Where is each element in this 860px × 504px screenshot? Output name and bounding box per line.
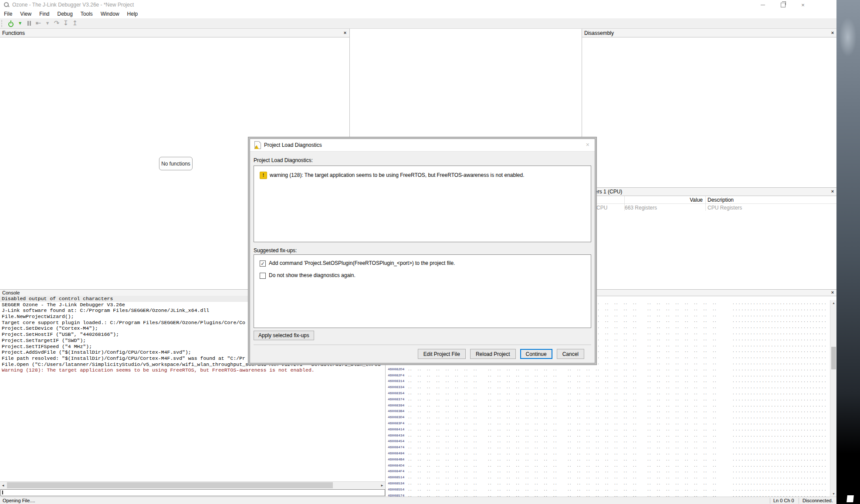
memory-scrollbar[interactable]: ▴ ▾ [830,300,837,497]
checkbox-checked[interactable]: ✓ [260,260,266,267]
memory-row: 460084D4.. .. .. .. .. .. .. .. .. .. ..… [386,463,830,469]
register-row-cpu[interactable]: CPU 663 Registers CPU Registers [582,204,837,211]
memory-ascii: ................................ [732,306,827,312]
toolbar: ▼⇤▼↷↧↥ [0,18,836,29]
disassembly-panel: Disassembly × [582,29,837,187]
fixup-label: Do not show these diagnostics again. [269,272,356,278]
disassembly-panel-header: Disassembly × [582,29,837,37]
pause-button[interactable] [25,19,34,28]
memory-ascii: ................................ [732,480,827,487]
memory-row: 46008354.. .. .. .. .. .. .. .. .. .. ..… [386,390,830,396]
memory-address: 460084B4 [386,457,408,463]
no-functions-message: No functions [159,157,193,170]
menu-help[interactable]: Help [123,10,142,18]
scroll-down-icon[interactable]: ▾ [830,491,837,497]
memory-hex-bytes: .. .. .. .. .. .. .. .. .. .. .. .. .. .… [408,409,716,413]
cancel-button[interactable]: Cancel [557,349,584,359]
close-icon: × [801,2,805,8]
project-load-diagnostics-dialog: ! Project Load Diagnostics × Project Loa… [250,139,595,363]
memory-ascii: ................................ [732,342,827,348]
memory-address: 46008414 [386,426,408,433]
step-into-icon: ↧ [63,20,69,27]
reset-options-dropdown[interactable]: ▼ [43,19,52,28]
memory-hex-bytes: .. .. .. .. .. .. .. .. .. .. .. .. .. .… [408,403,716,407]
memory-address: 460084D4 [386,463,408,469]
memory-address: 460083B4 [386,408,408,414]
memory-ascii: ................................ [732,463,827,469]
memory-row: 46008334.. .. .. .. .. .. .. .. .. .. ..… [386,384,830,390]
continue-button[interactable]: Continue [520,349,552,359]
edit-project-file-button[interactable]: Edit Project File [418,349,466,359]
memory-hex-bytes: .. .. .. .. .. .. .. .. .. .. .. .. .. .… [408,391,716,395]
memory-close-button[interactable]: × [830,290,836,295]
menu-find[interactable]: Find [35,10,53,18]
memory-hex-bytes: .. .. .. .. .. .. .. .. .. .. .. .. .. .… [408,433,716,437]
console-command-input[interactable] [0,489,385,496]
scrollbar-thumb[interactable] [831,347,836,369]
reset-button[interactable]: ⇤ [34,19,43,28]
memory-hex-bytes: .. .. .. .. .. .. .. .. .. .. .. .. .. .… [408,373,716,377]
chevron-down-icon: ▼ [19,22,21,25]
diagnostic-text: warning (128): The target application se… [270,172,525,178]
menu-view[interactable]: View [16,10,35,18]
memory-ascii: ................................ [732,372,827,379]
taskbar-logo-fragment [846,495,854,502]
memory-row: 460083D4.. .. .. .. .. .. .. .. .. .. ..… [386,414,830,420]
memory-hex-bytes: .. .. .. .. .. .. .. .. .. .. .. .. .. .… [408,469,716,473]
disassembly-close-button[interactable]: × [830,30,836,35]
memory-ascii: ................................ [732,444,827,450]
titlebar: Ozone - The J-Link Debugger V3.26e - *Ne… [0,0,836,10]
memory-ascii: ................................ [732,426,827,433]
memory-ascii: ................................ [732,324,827,330]
memory-hex-bytes: .. .. .. .. .. .. .. .. .. .. .. .. .. .… [408,487,716,491]
memory-ascii: ................................ [732,408,827,414]
registers-close-button[interactable]: × [830,189,836,194]
functions-panel-header: Functions × [0,29,349,37]
start-options-dropdown[interactable]: ▼ [16,19,24,28]
memory-row: 460083B4.. .. .. .. .. .. .. .. .. .. ..… [386,408,830,414]
line-column-indicator: Ln 0 Ch 0 [773,498,794,503]
close-button[interactable]: × [793,0,813,10]
scroll-right-icon[interactable]: ▸ [379,482,385,489]
dialog-titlebar: ! Project Load Diagnostics × [250,139,595,152]
menu-window[interactable]: Window [97,10,123,18]
step-over-icon: ↷ [54,20,60,27]
memory-row: 460084F4.. .. .. .. .. .. .. .. .. .. ..… [386,468,830,474]
step-out-button[interactable]: ↥ [71,19,79,28]
restore-button[interactable] [773,0,793,10]
memory-ascii: ................................ [732,414,827,420]
scrollbar-thumb[interactable] [7,482,333,488]
checkbox-unchecked[interactable] [260,273,266,279]
warning-icon: ! [260,172,267,179]
memory-address: 46008394 [386,403,408,409]
memory-hex-bytes: .. .. .. .. .. .. .. .. .. .. .. .. .. .… [408,457,716,461]
memory-row: 460083F4.. .. .. .. .. .. .. .. .. .. ..… [386,420,830,426]
close-icon: × [831,189,834,194]
minimize-button[interactable] [753,0,773,10]
fixup-item: Do not show these diagnostics again. [260,272,591,279]
memory-ascii: ................................ [732,354,827,360]
functions-close-button[interactable]: × [342,30,348,35]
registers-column-header: Value Description [582,196,837,204]
menubar: FileViewFindDebugToolsWindowHelp [0,10,836,18]
dialog-close-button[interactable]: × [586,141,589,148]
scroll-up-icon[interactable]: ▴ [830,300,837,306]
reload-project-button[interactable]: Reload Project [470,349,516,359]
scroll-left-icon[interactable]: ◂ [0,482,6,489]
menu-debug[interactable]: Debug [53,10,76,18]
console-horizontal-scrollbar[interactable]: ◂ ▸ [0,481,385,489]
diagnostics-section-label: Project Load Diagnostics: [254,157,313,163]
diagnostic-item[interactable]: !warning (128): The target application s… [260,172,591,179]
memory-hex-bytes: .. .. .. .. .. .. .. .. .. .. .. .. .. .… [408,415,716,419]
menu-tools[interactable]: Tools [77,10,97,18]
apply-selected-fixups-button[interactable]: Apply selected fix-ups [254,331,314,340]
memory-hex-bytes: .. .. .. .. .. .. .. .. .. .. .. .. .. .… [408,379,716,383]
step-into-button[interactable]: ↧ [61,19,70,28]
toolbar-grip-handle[interactable] [1,20,3,27]
memory-row: 46008494.. .. .. .. .. .. .. .. .. .. ..… [386,450,830,457]
start-debug-button[interactable] [7,19,15,28]
menu-file[interactable]: File [0,10,16,18]
memory-address: 460084F4 [386,468,408,474]
memory-hex-bytes: .. .. .. .. .. .. .. .. .. .. .. .. .. .… [408,481,716,485]
step-over-button[interactable]: ↷ [52,19,61,28]
